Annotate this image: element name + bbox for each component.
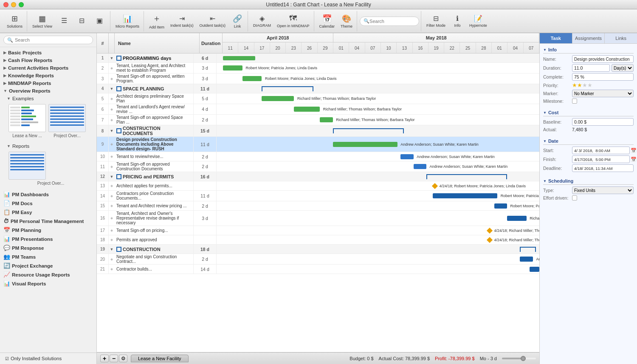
milestone-checkbox[interactable] xyxy=(572,99,577,104)
table-row[interactable]: 1 ▼ PROGRAMMING days 6 d xyxy=(97,54,539,63)
sidebar-item-mindmap[interactable]: ▶ MINDMAP Reports xyxy=(0,79,96,87)
thumb-lease-new[interactable]: Lease a New ... xyxy=(8,104,46,138)
micro-reports-button[interactable]: 📊 Micro Reports xyxy=(113,12,142,31)
mindmap-button[interactable]: 🗺 Open in MINDMAP xyxy=(274,12,312,31)
zoom-slider[interactable] xyxy=(502,358,536,359)
filter-mode-button[interactable]: ⊟ Filter Mode xyxy=(424,12,448,31)
complete-input[interactable] xyxy=(572,73,634,81)
table-row[interactable]: 20 ◈ Negotiate and sign Construction Con… xyxy=(97,254,539,265)
sidebar-item-pm-presentations[interactable]: 📊 PM Presentations xyxy=(0,234,96,243)
star-2[interactable]: ★ xyxy=(577,82,582,88)
sidebar-item-examples[interactable]: ▼ Examples xyxy=(0,95,96,102)
table-row[interactable]: 15 ◈ Tenant and Architect review pricing… xyxy=(97,201,539,211)
star-4[interactable]: ★ xyxy=(587,82,592,88)
thumb-project-over-2[interactable]: Project Over... xyxy=(8,152,93,186)
table-row[interactable]: 19 ▼ CONSTRUCTION 18 d xyxy=(97,245,539,254)
sidebar-search-input[interactable] xyxy=(15,37,89,42)
baseline-input[interactable] xyxy=(572,118,634,126)
sidebar-item-overview[interactable]: ▼ Overview Reports xyxy=(0,87,96,95)
table-row[interactable]: 4 ▼ SPACE PLANNING 11 d xyxy=(97,84,539,93)
zoom-thumb[interactable] xyxy=(521,356,526,361)
theme-button[interactable]: 🎨 Theme xyxy=(338,12,355,31)
panel-tab-links[interactable]: Links xyxy=(605,33,637,43)
sidebar-item-reports[interactable]: ▼ Reports xyxy=(0,142,96,150)
type-select[interactable]: Fixed Units xyxy=(572,186,634,194)
maximize-button[interactable] xyxy=(19,2,24,7)
solutions-button[interactable]: ⊞ Solutions xyxy=(4,12,25,31)
view-btn-3[interactable]: ⊟ xyxy=(73,12,90,31)
remove-row-button[interactable]: − xyxy=(110,355,118,362)
diagram-button[interactable]: ◈ DIAGRAM xyxy=(251,12,273,31)
table-row[interactable]: 12 ▼ PRICING and PERMITS 16 d xyxy=(97,172,539,181)
calendar-button[interactable]: 📅 Calendar xyxy=(317,12,338,31)
sidebar-item-project-exchange[interactable]: 🔄 Project Exchange xyxy=(0,261,96,270)
date-collapse-icon[interactable]: ▼ xyxy=(543,139,547,143)
finish-input[interactable] xyxy=(572,155,630,163)
hypernote-button[interactable]: 📝 Hypernote xyxy=(467,12,490,31)
finish-calendar-icon[interactable]: 📅 xyxy=(631,157,637,162)
footer-tab[interactable]: Lease a New Facility xyxy=(131,355,189,362)
minimize-button[interactable] xyxy=(11,2,16,7)
start-input[interactable] xyxy=(572,147,630,154)
table-row[interactable]: 10 ◈ Tenant to review/revise... 2 d Andr… xyxy=(97,152,539,161)
table-row[interactable]: 11 ◈ Tenant Sign-off on approved Constru… xyxy=(97,161,539,172)
expand-icon[interactable]: ▼ xyxy=(109,84,115,93)
table-row[interactable]: 14 ◈ Contractors price Construction Docu… xyxy=(97,191,539,201)
link-button[interactable]: 🔗 Link xyxy=(229,12,246,31)
sidebar-item-resource-usage[interactable]: 📈 Resource Usage Reports xyxy=(0,270,96,279)
table-row[interactable]: 8 ▼ CONSTRUCTION DOCUMENTS 15 d xyxy=(97,125,539,137)
duration-input[interactable] xyxy=(572,64,610,72)
info-button[interactable]: ℹ Info xyxy=(449,12,466,31)
duration-unit-select[interactable]: Day(s) xyxy=(612,64,634,72)
scheduling-collapse-icon[interactable]: ▼ xyxy=(543,179,547,183)
star-1[interactable]: ★ xyxy=(572,82,577,88)
sidebar-item-pm-personal[interactable]: ⏱ PM Personal Time Management xyxy=(0,217,96,226)
expand-icon[interactable]: ▼ xyxy=(109,172,115,181)
outdent-button[interactable]: ⇤ Outdent task(s) xyxy=(197,12,228,31)
table-row[interactable]: 2 ◈ Tenant, Leasing Agent, and Architect… xyxy=(97,63,539,73)
info-collapse-icon[interactable]: ▼ xyxy=(543,48,547,52)
table-row[interactable]: 6 ◈ Tenant and Landlord's Agent review/ … xyxy=(97,104,539,115)
table-row[interactable]: 7 ◈ Tenant Sign-off on approved Space Pl… xyxy=(97,115,539,125)
toolbar-search-box[interactable]: 🔍 xyxy=(360,17,419,26)
start-calendar-icon[interactable]: 📅 xyxy=(631,148,637,153)
sidebar-item-visual-reports[interactable]: 📊 Visual Reports xyxy=(0,279,96,288)
table-row[interactable]: 13 ◈ Architect applies for permits... 4/… xyxy=(97,181,539,191)
only-installed-solutions[interactable]: ☑ Only Installed Solutions xyxy=(0,355,96,362)
search-input[interactable] xyxy=(369,19,412,24)
name-input[interactable] xyxy=(572,55,634,63)
sidebar-search-box[interactable]: 🔍 xyxy=(3,36,93,44)
panel-tab-task[interactable]: Task xyxy=(540,33,572,43)
table-row[interactable]: 5 ◈ Architect designs preliminary Space … xyxy=(97,93,539,104)
add-row-button[interactable]: + xyxy=(100,355,109,362)
cost-collapse-icon[interactable]: ▼ xyxy=(543,111,547,115)
options-button[interactable]: ⚙ xyxy=(119,355,127,362)
table-row[interactable]: 3 ◈ Tenant Sign-off on approved, written… xyxy=(97,73,539,84)
view-btn-2[interactable]: ☰ xyxy=(56,12,73,31)
gantt-body[interactable]: 1 ▼ PROGRAMMING days 6 d 2 ◈ Tenant, Lea… xyxy=(97,54,539,352)
sidebar-item-pm-response[interactable]: 💬 PM Response xyxy=(0,243,96,252)
panel-tab-assignments[interactable]: Assignments xyxy=(572,33,605,43)
sidebar-item-basic-projects[interactable]: ▶ Basic Projects xyxy=(0,49,96,56)
thumb-project-over-1[interactable]: Project Over... xyxy=(48,104,86,138)
indent-button[interactable]: ⇥ Indent task(s) xyxy=(168,12,196,31)
sidebar-item-pm-teams[interactable]: 👥 PM Teams xyxy=(0,252,96,261)
table-row[interactable]: 18 ◈ Permits are approved 4/24/18; Richa… xyxy=(97,235,539,245)
sidebar-item-cash-flow[interactable]: ▶ Cash Flow Reports xyxy=(0,56,96,64)
star-3[interactable]: ★ xyxy=(582,82,587,88)
table-row[interactable]: 21 ◈ Contractor builds... 14 d xyxy=(97,265,539,274)
marker-select[interactable]: No Marker xyxy=(572,90,634,97)
sidebar-item-pm-dashboards[interactable]: 📊 PM Dashboards xyxy=(0,190,96,199)
sidebar-item-current-activities[interactable]: ▶ Current Activities Reports xyxy=(0,64,96,72)
expand-icon[interactable]: ▼ xyxy=(109,54,115,62)
sidebar-item-pm-planning[interactable]: 📅 PM Planning xyxy=(0,226,96,234)
select-view-button[interactable]: ▦ Select View xyxy=(30,12,55,31)
add-item-button[interactable]: ＋ Add Item xyxy=(147,12,167,31)
effort-checkbox[interactable] xyxy=(572,195,577,200)
expand-icon[interactable]: ▼ xyxy=(109,125,115,136)
table-row[interactable]: 17 ◈ Tenant Sign-off on pricing... 4/24/… xyxy=(97,226,539,235)
deadline-input[interactable] xyxy=(572,164,634,172)
view-btn-4[interactable]: ▣ xyxy=(91,12,108,31)
sidebar-item-pm-docs[interactable]: 📄 PM Docs xyxy=(0,199,96,208)
sidebar-item-pm-easy[interactable]: 📋 PM Easy xyxy=(0,208,96,217)
